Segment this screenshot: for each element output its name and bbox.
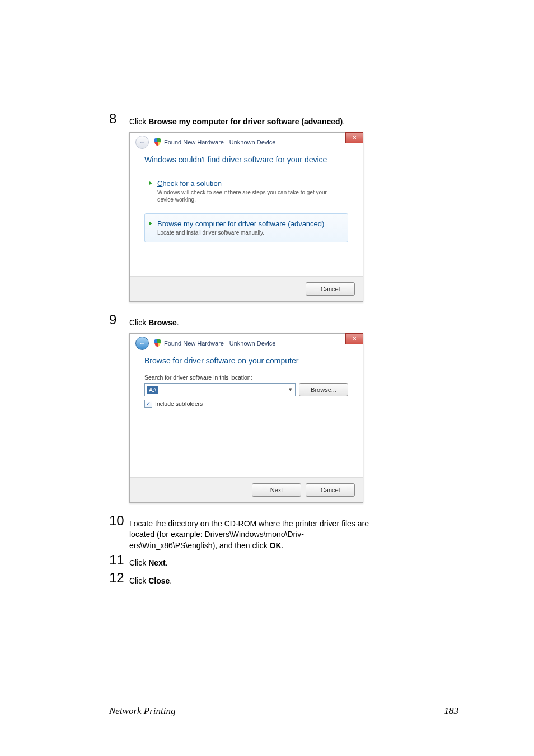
step-8: 8 Click Browse my computer for driver so…	[109, 112, 458, 128]
step-8-post: .	[343, 117, 345, 126]
dropdown-arrow-icon: ▾	[288, 388, 293, 392]
include-subfolders-row: ✓ Include subfolders	[144, 400, 348, 408]
step-8-number: 8	[109, 112, 129, 125]
button-bar: Cancel	[130, 276, 363, 301]
step-10: 10 Locate the directory on the CD-ROM wh…	[109, 514, 458, 552]
step-10-line3-post: .	[282, 541, 284, 550]
browse-computer-option[interactable]: Browse my computer for driver software (…	[144, 213, 348, 243]
location-combobox[interactable]: A:\ ▾	[144, 383, 296, 396]
step-8-pre: Click	[129, 117, 148, 126]
step-8-text: Click Browse my computer for driver soft…	[129, 112, 458, 128]
found-new-hardware-dialog-2: ✕ ← Found New Hardware - Unknown Device …	[129, 333, 363, 503]
browse-button[interactable]: Browse...	[299, 383, 348, 396]
combobox-value: A:\	[147, 386, 158, 394]
shield-icon	[154, 138, 161, 146]
step-10-line3-pre: ers\Win_x86\PS\english), and then click	[129, 541, 270, 550]
shield-icon	[154, 339, 161, 347]
back-button[interactable]: ←	[135, 337, 149, 350]
cancel-button[interactable]: Cancel	[306, 282, 355, 296]
step-8-bold: Browse my computer for driver software (…	[148, 117, 343, 126]
step-12-number: 12	[109, 571, 129, 585]
dialog-header: ← Found New Hardware - Unknown Device	[130, 133, 363, 152]
step-9: 9 Click Browse.	[109, 313, 458, 329]
step-9-pre: Click	[129, 318, 148, 327]
footer-title: Network Printing	[109, 706, 176, 717]
dialog-header-title: Found New Hardware - Unknown Device	[164, 139, 275, 146]
step-11-bold: Next	[148, 558, 165, 567]
option-desc: Windows will check to see if there are s…	[157, 189, 341, 204]
dialog-header: ← Found New Hardware - Unknown Device	[130, 334, 363, 353]
step-11: 11 Click Next.	[109, 553, 458, 569]
step-12-text: Click Close.	[129, 571, 458, 587]
dialog-body: Browse for driver software on your compu…	[130, 353, 363, 477]
dialog-2-wrap: ✕ ← Found New Hardware - Unknown Device …	[129, 333, 458, 503]
step-11-text: Click Next.	[129, 553, 458, 569]
dialog-body: Windows couldn't find driver software fo…	[130, 152, 363, 277]
dialog-header-title: Found New Hardware - Unknown Device	[164, 340, 275, 347]
cancel-button[interactable]: Cancel	[306, 483, 355, 497]
step-10-line3-bold: OK	[270, 541, 282, 550]
step-11-number: 11	[109, 553, 129, 567]
step-10-line2: located (for example: Drivers\Windows\mo…	[129, 530, 304, 539]
back-arrow-icon: ←	[139, 139, 146, 146]
step-12-pre: Click	[129, 576, 148, 585]
step-11-pre: Click	[129, 558, 148, 567]
step-9-text: Click Browse.	[129, 313, 458, 329]
step-10-number: 10	[109, 514, 129, 528]
step-10-line1: Locate the directory on the CD-ROM where…	[129, 519, 369, 528]
include-subfolders-label: Include subfolders	[155, 400, 203, 407]
back-arrow-icon: ←	[139, 340, 146, 347]
step-11-post: .	[166, 558, 168, 567]
option-title: Browse my computer for driver software (…	[157, 220, 341, 228]
page-footer: Network Printing 183	[109, 702, 458, 717]
location-row: A:\ ▾ Browse...	[144, 383, 348, 396]
check-solution-option[interactable]: Check for a solution Windows will check …	[144, 173, 348, 210]
option-title: Check for a solution	[157, 179, 341, 188]
arrow-icon	[149, 181, 152, 185]
option-desc: Locate and install driver software manua…	[157, 229, 341, 237]
page-number: 183	[444, 706, 459, 717]
step-9-bold: Browse	[148, 318, 177, 327]
step-12-post: .	[170, 576, 172, 585]
step-9-post: .	[177, 318, 179, 327]
step-9-number: 9	[109, 313, 129, 326]
dialog-1-wrap: ✕ ← Found New Hardware - Unknown Device …	[129, 132, 458, 302]
next-button[interactable]: Next	[252, 483, 301, 497]
back-button[interactable]: ←	[135, 136, 149, 149]
step-12-bold: Close	[148, 576, 170, 585]
step-12: 12 Click Close.	[109, 571, 458, 587]
include-subfolders-checkbox[interactable]: ✓	[144, 400, 152, 408]
step-10-text: Locate the directory on the CD-ROM where…	[129, 514, 458, 552]
found-new-hardware-dialog-1: ✕ ← Found New Hardware - Unknown Device …	[129, 132, 363, 302]
dialog-title: Browse for driver software on your compu…	[144, 356, 348, 365]
button-bar: Next Cancel	[130, 477, 363, 502]
arrow-icon	[149, 222, 152, 225]
dialog-title: Windows couldn't find driver software fo…	[144, 155, 348, 164]
search-location-label: Search for driver software in this locat…	[144, 374, 348, 381]
